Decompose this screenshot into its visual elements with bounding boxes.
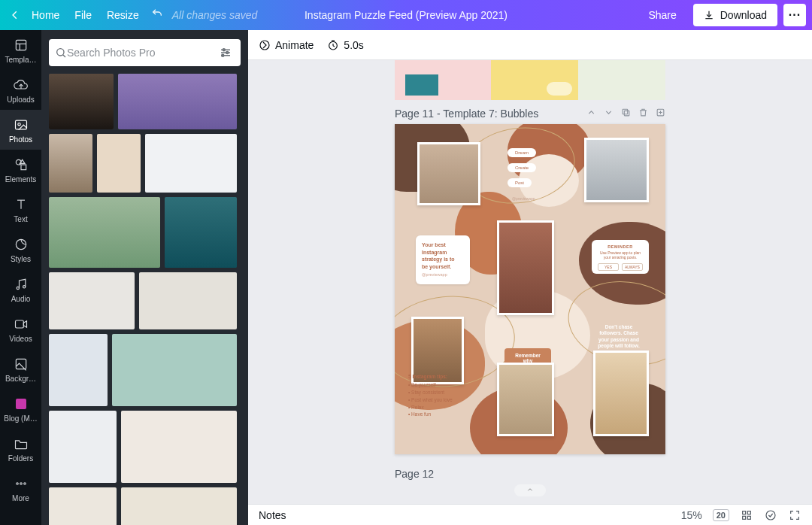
photo-thumb[interactable] [49,197,160,268]
undo-button[interactable] [151,8,163,23]
text-icon [14,197,29,212]
canvas-image[interactable] [497,220,554,315]
filter-button[interactable] [217,46,235,59]
svg-point-15 [23,483,26,485]
page-up-button[interactable] [586,108,596,120]
photo-thumb[interactable] [49,74,114,129]
canvas-image[interactable] [417,142,480,205]
more-icon [14,476,29,491]
autosave-status: All changes saved [172,9,258,21]
rail-videos-label: Videos [9,335,32,343]
rail-background[interactable]: Backgr… [0,349,41,389]
design-page[interactable]: Dream Create Post @previewapp Your best … [395,124,665,454]
svg-point-24 [260,41,269,50]
photo-thumb[interactable] [49,272,135,329]
canvas-text[interactable]: Post [508,178,532,187]
canvas-text[interactable]: REMINDER Use Preview app to plan your am… [592,240,649,274]
canvas-text[interactable]: 5 Instagram tips: • Be yourself • Stay c… [408,373,483,419]
svg-point-14 [20,483,22,485]
rail-styles-label: Styles [11,255,31,263]
page-duplicate-button[interactable] [621,108,631,120]
templates-icon [14,38,29,53]
rail-background-label: Backgr… [5,375,36,383]
canvas-text[interactable]: Your best Instagram strategy is to be yo… [416,235,470,284]
animate-button[interactable]: Animate [259,39,314,51]
canvas-text[interactable]: Create [508,163,536,172]
menu-home[interactable]: Home [32,9,59,21]
menu-resize[interactable]: Resize [107,9,139,21]
photos-panel [41,30,248,525]
photo-thumb[interactable] [49,487,117,525]
rail-videos[interactable]: Videos [0,309,41,349]
canvas-stage[interactable]: Page 11 - Template 7: Bubbles Dream Crea… [248,60,812,504]
page-title[interactable]: Page 11 - Template 7: Bubbles [395,108,538,120]
search-input[interactable] [67,47,217,59]
photo-thumb[interactable] [139,272,237,329]
canvas-text[interactable]: @previewapp [512,196,535,201]
svg-rect-29 [624,111,629,116]
grid-count[interactable]: 20 [713,509,729,521]
document-title[interactable]: Instagram Puzzle Feed (Preview App 2021) [304,9,508,21]
next-page-title[interactable]: Page 12 [395,468,665,480]
animate-label: Animate [275,39,314,51]
page-down-button[interactable] [604,108,614,120]
help-button[interactable] [764,508,777,522]
svg-rect-37 [747,516,750,519]
photo-thumb[interactable] [97,134,141,193]
back-button[interactable] [6,6,24,24]
svg-rect-0 [16,40,26,50]
svg-rect-36 [743,516,746,519]
rail-styles[interactable]: Styles [0,229,41,269]
photo-thumb[interactable] [145,134,237,193]
rail-more-label: More [12,494,29,502]
svg-rect-34 [743,511,746,514]
rail-folders-label: Folders [8,454,33,463]
rail-blog[interactable]: Blog (M… [0,389,41,429]
rail-text-label: Text [14,215,27,223]
photo-thumb[interactable] [121,411,237,483]
rail-photos[interactable]: Photos [0,110,41,150]
rail-audio[interactable]: Audio [0,269,41,309]
duration-button[interactable]: 5.0s [327,39,363,51]
photo-thumb[interactable] [118,74,237,129]
photo-thumb[interactable] [49,411,117,483]
grid-view-button[interactable] [740,508,753,522]
overflow-menu-button[interactable]: ··· [783,4,806,26]
rail-templates[interactable]: Templa… [0,30,41,70]
context-toolbar: Animate 5.0s [248,30,812,60]
canvas-image[interactable] [497,363,554,436]
zoom-level[interactable]: 15% [681,509,702,521]
photo-thumb[interactable] [165,197,237,268]
rail-elements[interactable]: Elements [0,150,41,190]
svg-rect-35 [747,511,750,514]
fullscreen-button[interactable] [788,508,801,522]
rail-more[interactable]: More [0,469,41,508]
share-button[interactable]: Share [638,5,686,26]
notes-button[interactable]: Notes [259,509,286,521]
photo-thumb[interactable] [49,334,108,406]
rail-text[interactable]: Text [0,190,41,229]
search-input-wrap[interactable] [49,39,241,66]
canvas-area: Animate 5.0s Page 11 - Template 7: Bubbl… [248,30,812,504]
photos-icon [14,117,29,132]
page-add-button[interactable] [656,108,665,120]
canvas-image[interactable] [584,138,649,202]
rail-folders[interactable]: Folders [0,429,41,469]
menu-file[interactable]: File [74,9,92,21]
svg-rect-12 [16,359,26,369]
page-tools [586,108,665,120]
photo-thumb[interactable] [112,334,237,406]
photo-thumb[interactable] [49,134,92,193]
page-delete-button[interactable] [638,108,648,120]
photo-thumb[interactable] [121,487,237,525]
rail-uploads[interactable]: Uploads [0,70,41,110]
canvas-text[interactable]: Dream [508,148,536,157]
animate-icon [259,39,271,51]
rail-elements-label: Elements [5,175,37,184]
folders-icon [14,436,29,451]
prev-page-peek[interactable] [395,60,665,100]
duration-label: 5.0s [344,39,363,51]
download-button[interactable]: Download [693,4,777,26]
page-scroll-up[interactable] [514,484,546,496]
canvas-image[interactable] [593,351,649,436]
